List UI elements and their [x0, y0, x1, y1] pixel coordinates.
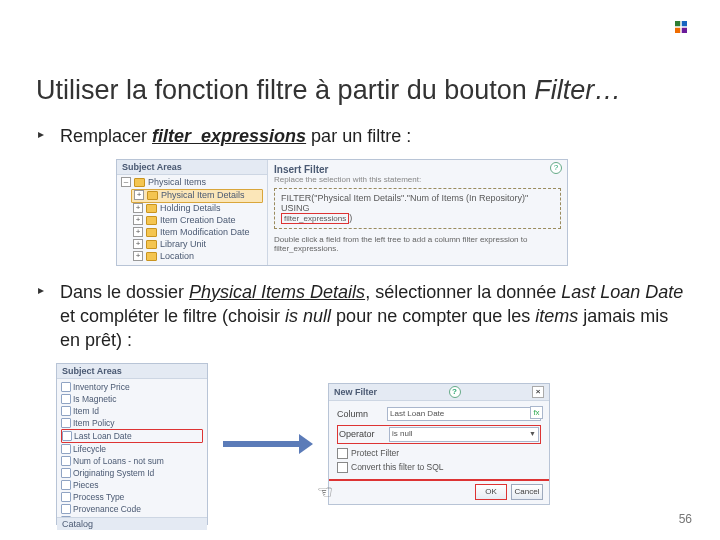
title-text: Utiliser la fonction filtre à partir du … [36, 75, 534, 105]
tree-label: Item Creation Date [160, 215, 236, 226]
expand-icon[interactable]: + [134, 190, 144, 200]
protect-filter-checkbox[interactable]: Protect Filter [337, 448, 541, 459]
operator-value: is null [392, 428, 412, 440]
close-icon[interactable]: × [532, 386, 544, 398]
column-label: Column [337, 409, 387, 419]
column-icon [61, 516, 71, 517]
fx-icon[interactable]: fx [530, 406, 543, 419]
bullet-list: Remplacer filter_expressions par un filt… [36, 124, 684, 148]
dialog-body: fx Column Last Loan Date Operator is nul… [329, 401, 549, 479]
pointing-hand-icon: ☞ [317, 481, 333, 503]
title-italic: Filter… [534, 75, 621, 105]
slide-title: Utiliser la fonction filtre à partir du … [36, 74, 684, 106]
column-item[interactable]: Provenance Code [61, 503, 207, 515]
column-label: Last Loan Date [74, 430, 132, 442]
bullet-em: Physical Items Details [189, 282, 365, 302]
column-icon [61, 480, 71, 490]
help-icon[interactable]: ? [550, 162, 562, 174]
operator-select[interactable]: is null ▼ [389, 427, 539, 442]
bullet-text: pour ne compter que les [331, 306, 535, 326]
column-item[interactable]: Item Id [61, 405, 207, 417]
bullet-text: Dans le dossier [60, 282, 189, 302]
folder-icon [146, 216, 157, 225]
column-label: … [73, 515, 82, 517]
column-item[interactable]: Item Policy [61, 417, 207, 429]
checkbox-icon[interactable] [337, 462, 348, 473]
folder-icon [134, 178, 145, 187]
svg-rect-1 [682, 21, 687, 26]
panel-note: Double click a field from the left tree … [274, 235, 561, 254]
column-item[interactable]: Pieces [61, 479, 207, 491]
column-item[interactable]: Is Magnetic [61, 393, 207, 405]
column-item[interactable]: Process Type [61, 491, 207, 503]
bullet-item: Dans le dossier Physical Items Details, … [36, 280, 684, 353]
column-label: Lifecycle [73, 443, 106, 455]
column-label: Inventory Price [73, 381, 130, 393]
convert-sql-checkbox[interactable]: Convert this filter to SQL [337, 462, 541, 473]
figure-insert-filter: Subject Areas – Physical Items + Physica… [116, 159, 684, 266]
cancel-button[interactable]: Cancel [511, 484, 543, 500]
folder-icon [146, 240, 157, 249]
dialog-title-bar: New Filter ? × [329, 384, 549, 401]
column-label: Process Type [73, 491, 124, 503]
statement-line: FILTER("Physical Item Details"."Num of I… [281, 193, 554, 213]
svg-rect-2 [675, 28, 680, 33]
tree-label: Holding Details [160, 203, 221, 214]
bullet-em: is null [285, 306, 331, 326]
filter-expressions-placeholder: filter_expressions [281, 213, 349, 224]
expand-icon[interactable]: + [133, 203, 143, 213]
folder-icon [147, 191, 158, 200]
column-item[interactable]: Originating System Id [61, 467, 207, 479]
statement-close: ) [349, 213, 352, 223]
page-number: 56 [679, 512, 692, 526]
bullet-text: et compléter le filtre (choisir [60, 306, 285, 326]
tree-list: – Physical Items + Physical Item Details… [117, 175, 267, 263]
expand-icon[interactable]: + [133, 239, 143, 249]
folder-icon [146, 204, 157, 213]
insert-filter-pane: ? Insert Filter Replace the selection wi… [268, 160, 567, 265]
subject-areas-tree: Subject Areas – Physical Items + Physica… [117, 160, 268, 265]
expand-icon[interactable]: + [133, 215, 143, 225]
tree-item[interactable]: +Library Unit [131, 239, 267, 251]
collapse-icon[interactable]: – [121, 177, 131, 187]
bullet-list: Dans le dossier Physical Items Details, … [36, 280, 684, 353]
column-item[interactable]: Inventory Price [61, 381, 207, 393]
help-icon[interactable]: ? [449, 386, 461, 398]
column-item-last-loan-date[interactable]: Last Loan Date [61, 429, 203, 443]
column-value: Last Loan Date [387, 407, 541, 421]
dialog-title: New Filter [334, 387, 377, 397]
column-row: Column Last Loan Date [337, 407, 541, 421]
tree-item[interactable]: +Item Modification Date [131, 227, 267, 239]
checkbox-icon[interactable] [337, 448, 348, 459]
tree-label: Physical Item Details [161, 190, 245, 201]
column-label: Originating System Id [73, 467, 154, 479]
ok-button[interactable]: OK [475, 484, 507, 500]
tree-item[interactable]: +Location [131, 251, 267, 263]
arrow-icon [223, 434, 313, 454]
checkbox-label: Convert this filter to SQL [351, 462, 444, 472]
panel-title: Insert Filter [274, 164, 561, 175]
tree-item[interactable]: +Item Creation Date [131, 215, 267, 227]
column-item[interactable]: Num of Loans - not sum [61, 455, 207, 467]
column-icon [61, 492, 71, 502]
bullet-item: Remplacer filter_expressions par un filt… [36, 124, 684, 148]
column-label: Num of Loans - not sum [73, 455, 164, 467]
tree-item[interactable]: +Holding Details [131, 203, 267, 215]
column-item[interactable]: Lifecycle [61, 443, 207, 455]
expand-icon[interactable]: + [133, 227, 143, 237]
catalog-tab[interactable]: Catalog [57, 517, 207, 530]
svg-rect-3 [682, 28, 687, 33]
chevron-down-icon: ▼ [529, 428, 536, 440]
slide: Utiliser la fonction filtre à partir du … [0, 0, 720, 540]
arrow-graphic [208, 434, 328, 454]
tree-label: Location [160, 251, 194, 262]
column-list[interactable]: Inventory PriceIs MagneticItem IdItem Po… [57, 379, 207, 517]
bullet-text: , sélectionner la donnée [365, 282, 561, 302]
panel-subtitle: Replace the selection with this statemen… [274, 175, 561, 184]
expand-icon[interactable]: + [133, 251, 143, 261]
subject-areas-column-list: Subject Areas Inventory PriceIs Magnetic… [56, 363, 208, 525]
bullet-text: Remplacer [60, 126, 152, 146]
statement-box[interactable]: FILTER("Physical Item Details"."Num of I… [274, 188, 561, 229]
tree-item-physical-item-details[interactable]: + Physical Item Details [131, 189, 263, 203]
tree-root[interactable]: – Physical Items [119, 177, 267, 189]
